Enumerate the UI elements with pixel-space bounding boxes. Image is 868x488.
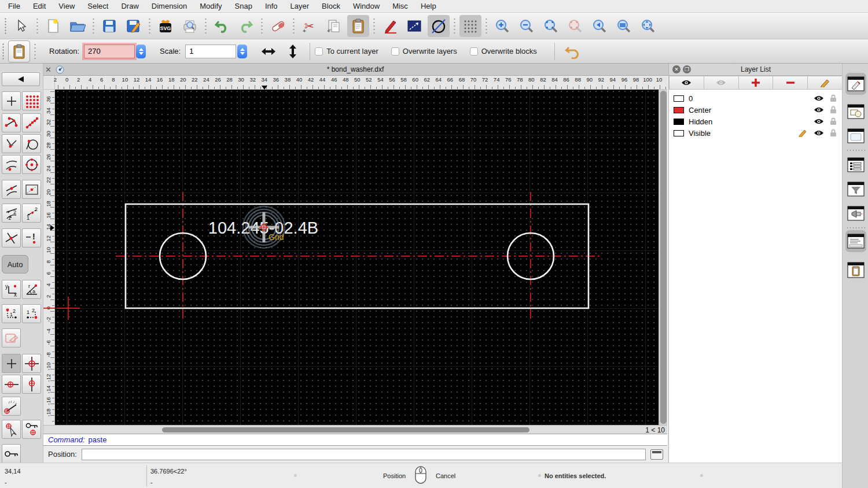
set-relative-zero-button[interactable] <box>22 354 41 373</box>
layer-lock-icon[interactable] <box>830 129 837 137</box>
show-all-layers-button[interactable] <box>669 76 704 90</box>
layer-name[interactable]: Visible <box>689 129 711 138</box>
position-input[interactable] <box>82 449 646 460</box>
dock-command-widget-button[interactable] <box>845 230 866 252</box>
snap-tangent-button[interactable] <box>2 155 21 174</box>
paste-button[interactable] <box>347 15 369 37</box>
menu-snap[interactable]: Snap <box>235 2 252 10</box>
layer-color-swatch[interactable] <box>674 95 684 102</box>
menu-edit[interactable]: Edit <box>33 2 46 10</box>
cut-button[interactable]: ✂+ <box>299 15 321 37</box>
back-button[interactable] <box>2 72 40 86</box>
lock-relative-zero-button[interactable] <box>22 420 41 439</box>
layer-row-0[interactable]: 0 <box>669 93 843 104</box>
scale-stepper[interactable] <box>237 45 247 58</box>
layer-name[interactable]: Hidden <box>689 117 712 126</box>
restrict-horizontal-button[interactable] <box>2 375 21 394</box>
undo-button[interactable] <box>211 15 233 37</box>
zoom-in-button[interactable] <box>491 15 513 37</box>
to-current-layer-checkbox[interactable] <box>315 47 323 56</box>
menu-modify[interactable]: Modify <box>200 2 222 10</box>
snap-on-entity-button[interactable] <box>22 113 41 132</box>
zoom-auto-button[interactable] <box>540 15 562 37</box>
open-file-button[interactable] <box>67 15 89 37</box>
command-line[interactable]: Command: paste <box>43 434 667 446</box>
scale-input[interactable] <box>185 45 236 58</box>
snap-endpoints-button[interactable] <box>2 113 21 132</box>
dock-library-browser-button[interactable] <box>845 125 866 147</box>
vertical-scrollbar-thumb[interactable] <box>660 91 667 424</box>
export-svg-button[interactable]: SVG <box>155 15 176 37</box>
unlock-relative-zero-button[interactable] <box>2 444 21 463</box>
to-current-layer-option[interactable]: To current layer <box>315 47 378 56</box>
coordinate-cartesian-button[interactable]: yx <box>2 280 21 299</box>
flip-horizontal-button[interactable] <box>258 40 279 62</box>
dock-pen-wizard-button[interactable] <box>845 202 866 224</box>
restrict-vertical-button[interactable] <box>22 375 41 394</box>
menu-draw[interactable]: Draw <box>121 2 138 10</box>
zoom-window-button[interactable] <box>613 15 635 37</box>
new-document-button[interactable] <box>42 15 64 37</box>
toolbar-drag-handle[interactable] <box>2 43 5 60</box>
flip-vertical-button[interactable] <box>282 40 304 62</box>
save-button[interactable] <box>98 15 120 37</box>
select-pointer-button[interactable] <box>10 15 32 37</box>
remove-layer-button[interactable] <box>773 76 808 90</box>
keyboard-toggle-icon[interactable] <box>650 449 663 460</box>
menu-view[interactable]: View <box>58 2 75 10</box>
angle-gauge-button[interactable] <box>2 397 21 416</box>
layer-visibility-icon[interactable] <box>814 106 824 113</box>
vertical-scrollbar[interactable] <box>659 90 667 425</box>
grid-toggle-button[interactable] <box>459 15 481 37</box>
menu-file[interactable]: File <box>8 2 20 10</box>
menu-window[interactable]: Window <box>353 2 380 10</box>
layer-color-swatch[interactable] <box>674 107 684 113</box>
snap-middle-button[interactable] <box>2 180 21 199</box>
dock-pen-palette-button[interactable] <box>845 73 866 95</box>
paste-tool-indicator[interactable] <box>8 40 30 62</box>
menu-layer[interactable]: Layer <box>290 2 310 10</box>
layer-visibility-icon[interactable] <box>814 118 824 125</box>
overwrite-blocks-option[interactable]: Overwrite blocks <box>470 47 537 56</box>
select-window-button[interactable] <box>403 15 425 37</box>
relative-coordinate-2-button[interactable]: 12 <box>22 304 41 323</box>
zoom-pan-button[interactable] <box>637 15 659 37</box>
menu-select[interactable]: Select <box>87 2 108 10</box>
snap-grid-button[interactable] <box>22 91 41 110</box>
snap-free-button[interactable] <box>2 91 21 110</box>
menu-help[interactable]: Help <box>421 2 436 10</box>
layer-row-center[interactable]: Center <box>669 104 843 116</box>
edit-layer-button[interactable] <box>808 76 843 90</box>
layer-row-visible[interactable]: Visible <box>669 127 843 139</box>
hide-all-layers-button[interactable] <box>704 76 739 90</box>
zoom-previous-button[interactable] <box>589 15 610 37</box>
dock-clipboard-widget-button[interactable] <box>845 259 866 281</box>
coordinate-polar-button[interactable]: ra <box>22 280 41 299</box>
menu-misc[interactable]: Misc <box>392 2 408 10</box>
zoom-out-button[interactable] <box>516 15 538 37</box>
draw-pencil-button[interactable] <box>379 15 401 37</box>
overwrite-layers-checkbox[interactable] <box>391 47 399 56</box>
layer-row-hidden[interactable]: Hidden <box>669 116 843 127</box>
dock-layer-list-button[interactable] <box>845 154 866 176</box>
restrict-nothing-button[interactable] <box>2 328 21 347</box>
layer-color-swatch[interactable] <box>674 130 684 136</box>
snap-auto-button[interactable]: Auto <box>2 255 28 273</box>
snap-relative-2-button[interactable]: 21 <box>22 204 41 223</box>
snap-perpendicular-button[interactable] <box>2 134 21 153</box>
menu-info[interactable]: Info <box>265 2 278 10</box>
crosshair-button[interactable] <box>2 354 21 373</box>
snap-distance-button[interactable] <box>22 180 41 199</box>
delete-button[interactable] <box>267 15 289 37</box>
dock-block-list-button[interactable] <box>845 101 866 123</box>
print-preview-button[interactable] <box>179 15 201 37</box>
zoom-selected-button[interactable] <box>564 15 586 37</box>
menu-dimension[interactable]: Dimension <box>152 2 187 10</box>
horizontal-scrollbar[interactable]: 1 < 10 <box>43 425 667 434</box>
overwrite-layers-option[interactable]: Overwrite layers <box>391 47 457 56</box>
save-as-button[interactable] <box>123 15 145 37</box>
snap-intersection-button[interactable] <box>2 228 21 247</box>
overwrite-blocks-checkbox[interactable] <box>470 47 478 56</box>
layer-name[interactable]: 0 <box>689 94 693 103</box>
horizontal-scrollbar-thumb[interactable] <box>162 427 529 432</box>
